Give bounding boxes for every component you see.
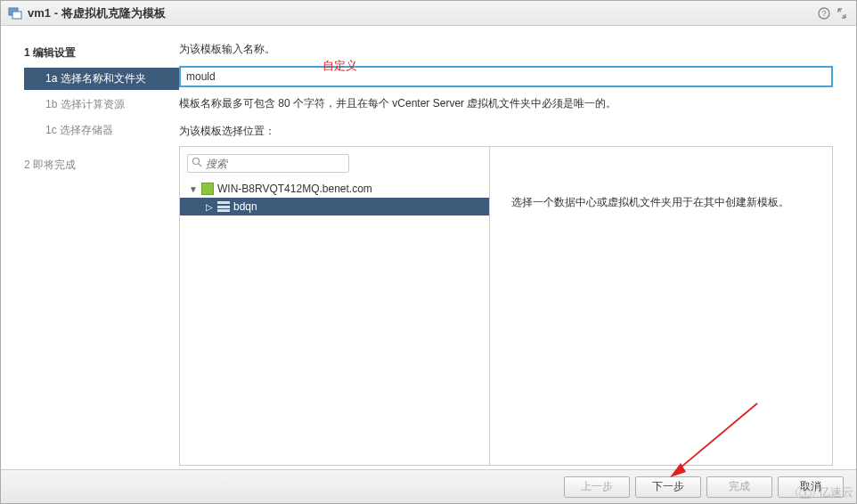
- location-panel: ▼ WIN-B8RVQT412MQ.benet.com ▷ bdqn 选择一个数…: [179, 146, 833, 466]
- titlebar: vm1 - 将虚拟机克隆为模板 ?: [1, 1, 856, 26]
- tree-node-datacenter[interactable]: ▷ bdqn: [180, 198, 489, 215]
- dialog-title: vm1 - 将虚拟机克隆为模板: [28, 5, 817, 21]
- expand-icon[interactable]: ▷: [205, 202, 214, 212]
- step-1b-compute[interactable]: 1b 选择计算资源: [24, 93, 179, 116]
- vcenter-icon: [201, 183, 214, 195]
- step-1-group: 1 编辑设置 1a 选择名称和文件夹 1b 选择计算资源 1c 选择存储器: [24, 42, 179, 142]
- step-2-ready[interactable]: 2 即将完成: [24, 154, 179, 176]
- dialog-footer: 上一步 下一步 完成 取消: [1, 469, 856, 503]
- svg-point-4: [193, 159, 200, 165]
- clone-to-template-dialog: vm1 - 将虚拟机克隆为模板 ? 1 编辑设置 1a 选择名称和文件夹: [0, 0, 857, 504]
- dialog-body: 1 编辑设置 1a 选择名称和文件夹 1b 选择计算资源 1c 选择存储器 2: [1, 26, 856, 469]
- location-help: 选择一个数据中心或虚拟机文件夹用于在其中创建新模板。: [490, 147, 832, 465]
- tree-node-label: WIN-B8RVQT412MQ.benet.com: [217, 183, 372, 195]
- step-1[interactable]: 1 编辑设置: [24, 42, 179, 64]
- location-label: 为该模板选择位置：: [179, 124, 833, 139]
- tree-node-vcenter[interactable]: ▼ WIN-B8RVQT412MQ.benet.com: [180, 180, 489, 198]
- svg-line-5: [199, 164, 201, 167]
- finish-button: 完成: [706, 476, 772, 498]
- help-icon[interactable]: ?: [817, 6, 831, 20]
- search-icon: [192, 157, 202, 170]
- svg-rect-1: [12, 12, 21, 19]
- vm-icon: [8, 6, 22, 20]
- cancel-button[interactable]: 取消: [778, 476, 844, 498]
- collapse-icon[interactable]: ▼: [189, 184, 198, 194]
- wizard-steps: 1 编辑设置 1a 选择名称和文件夹 1b 选择计算资源 1c 选择存储器 2: [1, 26, 179, 469]
- location-tree: ▼ WIN-B8RVQT412MQ.benet.com ▷ bdqn: [180, 178, 489, 465]
- search-box[interactable]: [187, 154, 349, 173]
- main-panel: 为该模板输入名称。 模板名称最多可包含 80 个字符，并且在每个 vCenter…: [179, 26, 856, 469]
- name-input-wrap: [179, 66, 833, 87]
- search-input[interactable]: [206, 158, 345, 170]
- titlebar-actions: ?: [817, 6, 849, 20]
- step-1c-storage[interactable]: 1c 选择存储器: [24, 119, 179, 142]
- next-button[interactable]: 下一步: [635, 476, 701, 498]
- back-button: 上一步: [564, 476, 630, 498]
- step-1a-name-folder[interactable]: 1a 选择名称和文件夹: [24, 68, 179, 90]
- expand-icon[interactable]: [835, 6, 849, 20]
- search-wrap: [180, 147, 489, 178]
- template-name-input[interactable]: [179, 66, 833, 87]
- tree-column: ▼ WIN-B8RVQT412MQ.benet.com ▷ bdqn: [180, 147, 490, 465]
- name-prompt: 为该模板输入名称。: [179, 42, 833, 57]
- svg-text:?: ?: [821, 9, 826, 18]
- name-hint: 模板名称最多可包含 80 个字符，并且在每个 vCenter Server 虚拟…: [179, 96, 833, 111]
- datacenter-icon: [217, 201, 230, 212]
- tree-node-label: bdqn: [233, 200, 257, 213]
